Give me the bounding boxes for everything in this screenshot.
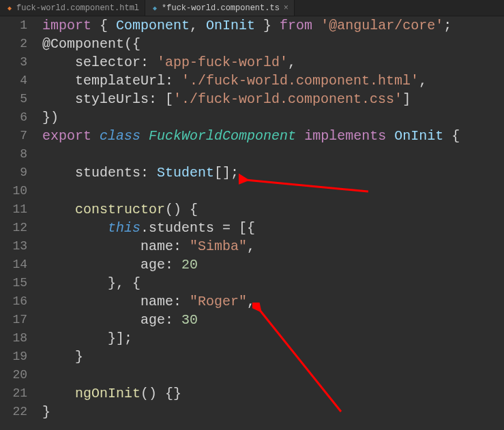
line-number: 19	[0, 348, 27, 366]
line-number: 13	[0, 237, 27, 256]
line-number: 12	[0, 219, 27, 237]
code-line: constructor() {	[42, 200, 504, 219]
code-line: import { Component, OnInit } from '@angu…	[42, 16, 504, 35]
code-line: templateUrl: './fuck-world.component.htm…	[42, 72, 504, 90]
ts-file-icon: ◆	[151, 4, 159, 12]
tab-label: *fuck-world.component.ts	[162, 3, 280, 13]
line-number: 21	[0, 384, 27, 403]
code-line: this.students = [{	[42, 219, 504, 237]
line-number: 14	[0, 256, 27, 274]
code-line: name: "Roger",	[42, 292, 504, 311]
line-number: 8	[0, 145, 27, 164]
line-number: 9	[0, 164, 27, 182]
code-area[interactable]: import { Component, OnInit } from '@angu…	[33, 16, 504, 430]
line-number: 7	[0, 127, 27, 145]
code-line: }, {	[42, 274, 504, 292]
line-number: 4	[0, 72, 27, 90]
tab-ts[interactable]: ◆ *fuck-world.component.ts ×	[145, 0, 295, 16]
code-line: }	[42, 348, 504, 366]
code-line: ngOnInit() {}	[42, 384, 504, 403]
tab-bar: ◆ fuck-world.component.html ◆ *fuck-worl…	[0, 0, 504, 16]
line-number: 16	[0, 292, 27, 311]
code-line: styleUrls: ['./fuck-world.component.css'…	[42, 90, 504, 108]
code-line	[42, 182, 504, 200]
line-number: 18	[0, 329, 27, 348]
code-line: students: Student[];	[42, 164, 504, 182]
tab-html[interactable]: ◆ fuck-world.component.html	[0, 0, 145, 16]
tab-label: fuck-world.component.html	[16, 3, 139, 13]
line-gutter: 1 2 3 4 5 6 7 8 9 10 11 12 13 14 15 16 1…	[0, 16, 33, 430]
html-file-icon: ◆	[5, 4, 14, 12]
code-line: export class FuckWorldComponent implemen…	[42, 127, 504, 145]
line-number: 5	[0, 90, 27, 108]
line-number: 3	[0, 53, 27, 72]
code-line: })	[42, 108, 504, 127]
line-number: 2	[0, 35, 27, 53]
code-line: @Component({	[42, 35, 504, 53]
code-line	[42, 145, 504, 164]
close-icon[interactable]: ×	[284, 3, 288, 13]
line-number: 20	[0, 366, 27, 384]
line-number: 11	[0, 200, 27, 219]
code-editor[interactable]: 1 2 3 4 5 6 7 8 9 10 11 12 13 14 15 16 1…	[0, 16, 504, 430]
code-line: }];	[42, 329, 504, 348]
line-number: 10	[0, 182, 27, 200]
line-number: 6	[0, 108, 27, 127]
code-line: }	[42, 403, 504, 421]
code-line	[42, 366, 504, 384]
code-line: name: "Simba",	[42, 237, 504, 256]
line-number: 1	[0, 16, 27, 35]
line-number: 22	[0, 403, 27, 421]
code-line: age: 20	[42, 256, 504, 274]
line-number: 17	[0, 311, 27, 329]
line-number: 15	[0, 274, 27, 292]
code-line: age: 30	[42, 311, 504, 329]
code-line: selector: 'app-fuck-world',	[42, 53, 504, 72]
